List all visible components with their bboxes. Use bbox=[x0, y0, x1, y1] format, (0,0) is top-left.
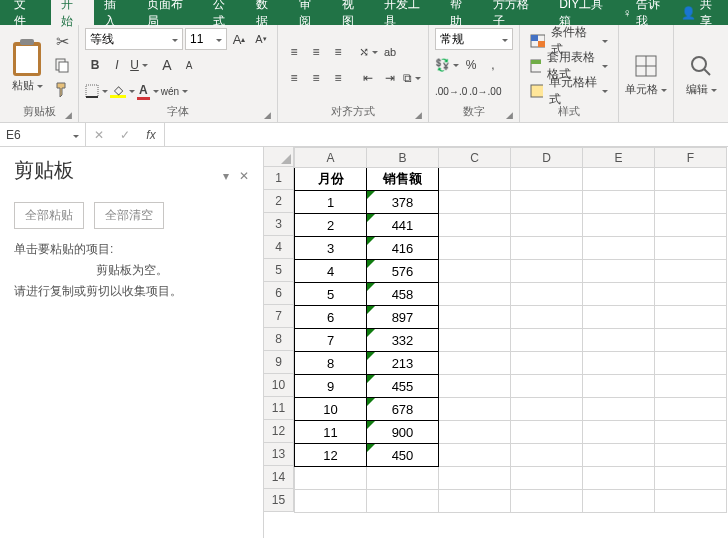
cell[interactable] bbox=[439, 168, 511, 191]
comma-button[interactable]: , bbox=[483, 54, 503, 76]
cell-styles-button[interactable]: 单元格样式 bbox=[526, 80, 612, 102]
row-header[interactable]: 9 bbox=[264, 351, 294, 374]
tab-file[interactable]: 文件 bbox=[0, 0, 51, 25]
bold-button[interactable]: B bbox=[85, 54, 105, 76]
cell[interactable] bbox=[655, 490, 727, 513]
font-size-combo[interactable]: 11 bbox=[185, 28, 227, 50]
cell[interactable]: 11 bbox=[295, 421, 367, 444]
number-launcher[interactable]: ◢ bbox=[506, 110, 513, 120]
align-right-button[interactable]: ≡ bbox=[328, 67, 348, 89]
cell[interactable] bbox=[655, 283, 727, 306]
cell[interactable] bbox=[583, 329, 655, 352]
cell[interactable]: 213 bbox=[367, 352, 439, 375]
row-header[interactable]: 5 bbox=[264, 259, 294, 282]
format-painter-button[interactable] bbox=[52, 78, 72, 100]
increase-font-button[interactable]: A▴ bbox=[229, 28, 249, 50]
cell[interactable] bbox=[439, 398, 511, 421]
cell[interactable]: 10 bbox=[295, 398, 367, 421]
font-family-combo[interactable]: 等线 bbox=[85, 28, 183, 50]
pane-menu-button[interactable]: ▾ bbox=[223, 169, 229, 183]
cell[interactable] bbox=[439, 421, 511, 444]
decrease-font-button[interactable]: A▾ bbox=[251, 28, 271, 50]
cell[interactable]: 6 bbox=[295, 306, 367, 329]
align-top-button[interactable]: ≡ bbox=[284, 41, 304, 63]
cell[interactable] bbox=[583, 191, 655, 214]
cell[interactable]: 7 bbox=[295, 329, 367, 352]
column-header[interactable]: D bbox=[511, 148, 583, 168]
cell[interactable] bbox=[511, 306, 583, 329]
cell[interactable]: 450 bbox=[367, 444, 439, 467]
cell[interactable] bbox=[583, 306, 655, 329]
column-header[interactable]: F bbox=[655, 148, 727, 168]
underline-button[interactable]: U bbox=[129, 54, 149, 76]
orientation-button[interactable]: ⤭ bbox=[358, 41, 378, 63]
cell[interactable] bbox=[511, 467, 583, 490]
tab-home[interactable]: 开始 bbox=[51, 0, 94, 25]
cell[interactable] bbox=[439, 467, 511, 490]
tab-formulas[interactable]: 公式 bbox=[203, 0, 246, 25]
accounting-format-button[interactable]: 💱 bbox=[435, 54, 459, 76]
cell[interactable] bbox=[511, 260, 583, 283]
cell[interactable] bbox=[655, 260, 727, 283]
cell[interactable] bbox=[583, 260, 655, 283]
fx-button[interactable]: fx bbox=[138, 128, 164, 142]
cell[interactable] bbox=[511, 237, 583, 260]
tab-fangfang[interactable]: 方方格子 bbox=[483, 0, 549, 25]
enter-formula-button[interactable]: ✓ bbox=[112, 128, 138, 142]
cell[interactable] bbox=[655, 329, 727, 352]
cell[interactable] bbox=[511, 191, 583, 214]
italic-button[interactable]: I bbox=[107, 54, 127, 76]
clipboard-launcher[interactable]: ◢ bbox=[65, 110, 72, 120]
cell[interactable] bbox=[511, 329, 583, 352]
cell[interactable] bbox=[367, 490, 439, 513]
cell[interactable] bbox=[439, 237, 511, 260]
decrease-indent-button[interactable]: ⇤ bbox=[358, 67, 378, 89]
cell[interactable] bbox=[583, 467, 655, 490]
row-header[interactable]: 1 bbox=[264, 167, 294, 190]
cell[interactable] bbox=[439, 260, 511, 283]
cell[interactable] bbox=[439, 375, 511, 398]
cell[interactable]: 458 bbox=[367, 283, 439, 306]
column-header[interactable]: C bbox=[439, 148, 511, 168]
cell[interactable]: 3 bbox=[295, 237, 367, 260]
row-header[interactable]: 2 bbox=[264, 190, 294, 213]
cell[interactable]: 378 bbox=[367, 191, 439, 214]
column-header[interactable]: E bbox=[583, 148, 655, 168]
cell[interactable] bbox=[583, 283, 655, 306]
tab-review[interactable]: 审阅 bbox=[289, 0, 332, 25]
row-header[interactable]: 13 bbox=[264, 443, 294, 466]
cell[interactable] bbox=[583, 214, 655, 237]
select-all-corner[interactable] bbox=[264, 147, 294, 167]
increase-decimal-button[interactable]: .00→.0 bbox=[435, 80, 467, 102]
cell[interactable] bbox=[511, 490, 583, 513]
cell[interactable] bbox=[655, 214, 727, 237]
cell[interactable]: 9 bbox=[295, 375, 367, 398]
cell[interactable] bbox=[655, 237, 727, 260]
editing-button[interactable]: 编辑 bbox=[680, 28, 722, 117]
cells-button[interactable]: 单元格 bbox=[625, 28, 667, 117]
cell[interactable]: 678 bbox=[367, 398, 439, 421]
align-center-button[interactable]: ≡ bbox=[306, 67, 326, 89]
tab-view[interactable]: 视图 bbox=[332, 0, 375, 25]
cell[interactable]: 897 bbox=[367, 306, 439, 329]
cell[interactable] bbox=[439, 283, 511, 306]
cell[interactable] bbox=[583, 421, 655, 444]
column-header[interactable]: A bbox=[295, 148, 367, 168]
cell[interactable] bbox=[655, 444, 727, 467]
decrease-decimal-button[interactable]: .0→.00 bbox=[469, 80, 501, 102]
cell[interactable] bbox=[655, 168, 727, 191]
row-header[interactable]: 6 bbox=[264, 282, 294, 305]
cell[interactable] bbox=[511, 283, 583, 306]
cell[interactable] bbox=[511, 214, 583, 237]
clear-all-button[interactable]: 全部清空 bbox=[94, 202, 164, 229]
cell[interactable] bbox=[511, 421, 583, 444]
font-color-button[interactable]: A bbox=[137, 80, 159, 102]
shrink-font-a[interactable]: A bbox=[179, 54, 199, 76]
cell[interactable]: 332 bbox=[367, 329, 439, 352]
cell[interactable] bbox=[583, 168, 655, 191]
row-header[interactable]: 15 bbox=[264, 489, 294, 512]
cell[interactable] bbox=[655, 375, 727, 398]
cell[interactable]: 2 bbox=[295, 214, 367, 237]
cell[interactable] bbox=[439, 490, 511, 513]
cell[interactable] bbox=[655, 421, 727, 444]
